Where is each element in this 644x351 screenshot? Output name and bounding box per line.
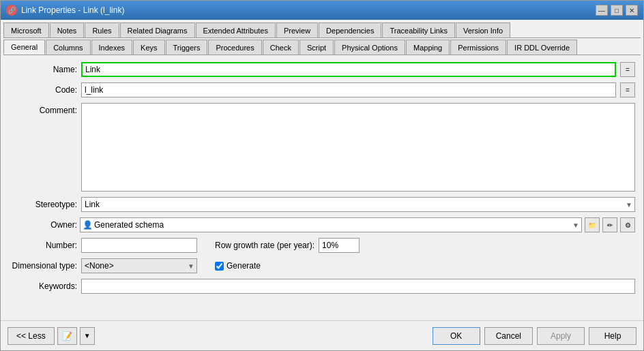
number-row: Number: Row growth rate (per year): [9, 238, 635, 253]
tab-row-2: General Columns Indexes Keys Triggers Pr… [3, 40, 641, 55]
tab-version-info[interactable]: Version Info [456, 22, 510, 37]
title-buttons: — □ ✕ [596, 5, 638, 16]
tab-keys[interactable]: Keys [133, 40, 164, 55]
tab-physical-options[interactable]: Physical Options [334, 40, 405, 55]
tab-mapping[interactable]: Mapping [406, 40, 450, 55]
tab-check[interactable]: Check [263, 40, 299, 55]
content-area: Name: = Code: = Comment: Stereotype: Lin… [1, 55, 643, 320]
comment-textarea[interactable] [81, 103, 635, 192]
tab-notes[interactable]: Notes [50, 22, 85, 37]
keywords-label: Keywords: [9, 281, 77, 291]
less-button[interactable]: << Less [8, 327, 55, 345]
keywords-input[interactable] [81, 279, 635, 294]
stereotype-row: Stereotype: Link ▼ [9, 197, 635, 212]
notes-button[interactable]: 📝 [57, 327, 77, 345]
code-input[interactable] [81, 82, 616, 97]
tab-ir-ddl-override[interactable]: IR DDL Override [507, 40, 577, 55]
title-bar: 🔗 Link Properties - Link (l_link) — □ ✕ [1, 1, 643, 20]
cancel-button[interactable]: Cancel [484, 327, 533, 345]
stereotype-select-wrapper: Link ▼ [81, 197, 635, 212]
owner-edit-button[interactable]: ✏ [602, 217, 617, 232]
tab-row-1: Microsoft Notes Rules Related Diagrams E… [3, 22, 641, 37]
bottom-bar: << Less 📝 ▼ OK Cancel Apply Help [1, 320, 643, 350]
dimensional-row: Dimensional type: <None> ▼ Generate [9, 258, 635, 273]
main-window: 🔗 Link Properties - Link (l_link) — □ ✕ … [0, 0, 644, 351]
comment-label: Comment: [9, 103, 77, 115]
close-button[interactable]: ✕ [626, 5, 638, 16]
tab-permissions[interactable]: Permissions [450, 40, 506, 55]
tab-triggers[interactable]: Triggers [166, 40, 208, 55]
owner-new-button[interactable]: ⚙ [620, 217, 635, 232]
tab-preview[interactable]: Preview [276, 22, 318, 37]
comment-row: Comment: [9, 103, 635, 192]
tab-extended-attributes[interactable]: Extended Attributes [196, 22, 276, 37]
tab-columns[interactable]: Columns [46, 40, 90, 55]
help-button[interactable]: Help [589, 327, 636, 345]
generate-label: Generate [226, 261, 261, 271]
title-bar-left: 🔗 Link Properties - Link (l_link) [6, 5, 124, 16]
tab-dependencies[interactable]: Dependencies [319, 22, 381, 37]
tab-microsoft[interactable]: Microsoft [3, 22, 49, 37]
dimensional-select-wrapper: <None> ▼ [81, 258, 197, 273]
number-input[interactable] [81, 238, 197, 253]
owner-row: Owner: 👤 Generated schema ▼ 📁 ✏ ⚙ [9, 217, 635, 232]
apply-button[interactable]: Apply [537, 327, 585, 345]
ok-button[interactable]: OK [433, 327, 480, 345]
tab-traceability-links[interactable]: Traceability Links [382, 22, 455, 37]
stereotype-label: Stereotype: [9, 200, 77, 209]
tabs-area-row1: Microsoft Notes Rules Related Diagrams E… [1, 20, 643, 37]
tab-procedures[interactable]: Procedures [208, 40, 261, 55]
code-row: Code: = [9, 82, 635, 97]
generate-checkbox[interactable] [215, 262, 224, 271]
dimensional-select[interactable]: <None> [81, 258, 197, 273]
generate-checkbox-label: Generate [215, 261, 261, 271]
tabs-area-row2: General Columns Indexes Keys Triggers Pr… [1, 38, 643, 55]
window-icon: 🔗 [6, 5, 17, 16]
minimize-button[interactable]: — [596, 5, 608, 16]
owner-select[interactable]: Generated schema [80, 217, 582, 232]
number-label: Number: [9, 241, 77, 250]
name-input[interactable] [81, 62, 616, 77]
owner-browse-button[interactable]: 📁 [585, 217, 600, 232]
bottom-right: OK Cancel Apply Help [433, 327, 636, 345]
tab-script[interactable]: Script [299, 40, 334, 55]
code-label: Code: [9, 85, 77, 95]
stereotype-select[interactable]: Link [81, 197, 635, 212]
code-equals-button[interactable]: = [620, 82, 635, 97]
row-growth-input[interactable] [319, 238, 360, 253]
window-title: Link Properties - Link (l_link) [21, 5, 124, 15]
name-row: Name: = [9, 62, 635, 77]
maximize-button[interactable]: □ [611, 5, 623, 16]
dimensional-label: Dimensional type: [9, 261, 77, 271]
name-equals-button[interactable]: = [620, 62, 635, 77]
tab-related-diagrams[interactable]: Related Diagrams [120, 22, 195, 37]
bottom-left: << Less 📝 ▼ [8, 327, 95, 345]
tab-general[interactable]: General [3, 40, 45, 55]
keywords-row: Keywords: [9, 279, 635, 294]
tab-indexes[interactable]: Indexes [91, 40, 133, 55]
owner-label: Owner: [9, 220, 77, 230]
row-growth-label: Row growth rate (per year): [215, 241, 314, 250]
name-label: Name: [9, 65, 77, 74]
owner-select-wrapper: 👤 Generated schema ▼ [80, 217, 582, 232]
notes-dropdown-button[interactable]: ▼ [80, 327, 95, 345]
tab-rules[interactable]: Rules [85, 22, 119, 37]
